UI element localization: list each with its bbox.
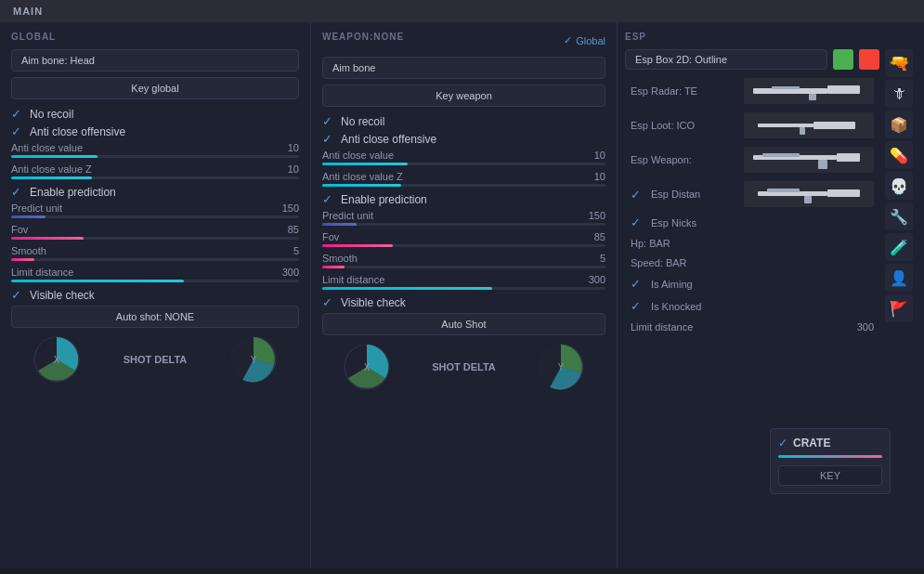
svg-rect-9 [827,85,860,94]
esp-distance-check-icon: ✓ [631,188,644,202]
global-check-row: ✓ Global [564,34,605,46]
svg-rect-13 [813,122,855,129]
esp-radar-item: Esp Radar: TE [625,75,879,107]
weapon-img-2 [744,112,874,138]
esp-icon-5[interactable]: 💀 [885,172,913,200]
y-pie-chart: Y [229,335,278,384]
key-button[interactable]: KEY [778,465,882,486]
no-recoil-check-icon: ✓ [11,107,24,121]
main-header: MAIN [0,0,924,22]
visible-check-icon: ✓ [11,288,24,302]
weapon-fov-track[interactable] [322,244,605,247]
weapon-silhouette-1 [753,81,865,101]
weapon-fov-num: 85 [594,231,605,242]
color-red-button[interactable] [859,49,879,70]
anti-close-row: ✓ Anti close offensive [11,124,299,138]
weapon-smooth-num: 5 [600,253,605,264]
weapon-predict-unit-track[interactable] [322,223,605,226]
limit-distance-num: 300 [282,267,299,278]
predict-unit-track[interactable] [11,215,299,218]
is-aiming-label: Is Aiming [651,279,693,290]
speed-item: Speed: BAR [625,254,879,271]
anti-close-value-track[interactable] [11,155,299,158]
key-weapon-button[interactable]: Key weapon [322,85,605,107]
esp-box-button[interactable]: Esp Box 2D: Outline [625,49,827,70]
esp-icon-4[interactable]: 💊 [885,141,913,169]
esp-weapon-item: Esp Weapon: [625,144,879,176]
crate-panel: ✓ CRATE KEY [770,428,891,494]
esp-panel-title: ESP [625,32,917,42]
weapon-shot-delta-label: SHOT DELTA [432,361,496,372]
aim-bone-field[interactable]: Aim bone: Head [11,49,299,72]
esp-icon-8[interactable]: 👤 [885,264,913,292]
enable-prediction-check-icon: ✓ [11,185,24,199]
anti-close-value-row: Anti close value 10 [11,142,299,158]
weapon-no-recoil-check-icon: ✓ [322,114,335,128]
weapon-predict-unit-num: 150 [589,210,605,221]
weapon-anti-close-value-z-label: Anti close value Z [322,171,403,182]
weapon-smooth-row: Smooth 5 [322,253,605,268]
weapon-smooth-track[interactable] [322,266,605,268]
weapon-anti-close-check-icon: ✓ [322,132,335,146]
esp-weapon-label: Esp Weapon: [631,154,692,165]
x-pie-chart: X [33,335,81,384]
esp-icon-3[interactable]: 📦 [885,111,913,138]
esp-top-row: Esp Box 2D: Outline [625,49,879,70]
crate-slider[interactable] [778,455,882,458]
weapon-anti-close-value-track[interactable] [322,163,605,165]
esp-icon-7[interactable]: 🧪 [885,233,913,261]
predict-unit-label: Predict unit [11,202,62,214]
weapon-auto-shot-button[interactable]: Auto Shot [322,313,605,335]
is-knocked-item: ✓ Is Knocked [625,296,879,316]
predict-unit-row: Predict unit 150 [11,202,299,218]
esp-icon-9[interactable]: 🚩 [885,294,913,322]
esp-layout: Esp Box 2D: Outline Esp Radar: TE [625,49,917,335]
weapon-anti-close-value-row: Anti close value 10 [322,150,605,165]
key-global-button[interactable]: Key global [11,77,299,99]
anti-close-value-z-track[interactable] [11,176,299,179]
weapon-anti-close-value-label: Anti close value [322,150,394,161]
weapon-aim-bone-field[interactable]: Aim bone [322,57,605,79]
fov-row: Fov 85 [11,224,299,240]
svg-text:Y: Y [251,355,257,365]
weapon-predict-unit-row: Predict unit 150 [322,210,605,226]
weapon-predict-unit-label: Predict unit [322,210,373,221]
auto-shot-button[interactable]: Auto shot: NONE [11,306,299,328]
global-check-icon: ✓ [564,34,572,46]
esp-icon-2[interactable]: 🗡 [885,80,913,108]
fov-track[interactable] [11,237,299,240]
weapon-panel-header: WEAPON:NONE ✓ Global [322,32,605,49]
weapon-anti-close-value-z-num: 10 [594,171,605,182]
esp-loot-label: Esp Loot: ICO [631,120,695,131]
weapon-anti-close-value-z-track[interactable] [322,184,605,187]
weapon-visible-check-row: ✓ Visible check [322,295,605,309]
visible-check-row: ✓ Visible check [11,288,299,302]
limit-distance-track[interactable] [11,280,299,282]
color-green-button[interactable] [833,49,853,70]
esp-icon-1[interactable]: 🔫 [885,49,913,77]
esp-panel: ESP Esp Box 2D: Outline Esp Radar: TE [618,22,924,568]
esp-nicks-check-icon: ✓ [631,215,644,229]
crate-check-icon: ✓ [778,437,787,450]
weapon-anti-close-value-num: 10 [594,150,605,161]
weapon-img-1 [744,78,874,104]
weapon-limit-distance-track[interactable] [322,287,605,290]
weapon-silhouette-3 [753,150,865,170]
anti-close-value-label: Anti close value [11,142,83,153]
esp-icon-6[interactable]: 🔧 [885,202,913,230]
weapon-limit-distance-num: 300 [589,274,605,285]
shot-delta-section: X SHOT DELTA Y [11,335,299,384]
fov-num: 85 [288,224,299,235]
weapon-anti-close-label: Anti close offensive [341,133,436,146]
svg-text:X: X [364,362,371,372]
predict-unit-num: 150 [282,202,299,214]
anti-close-label: Anti close offensive [30,125,125,138]
smooth-track[interactable] [11,258,299,261]
enable-prediction-row: ✓ Enable prediction [11,185,299,199]
weapon-limit-distance-label: Limit distance [322,274,384,285]
svg-rect-12 [758,124,813,127]
shot-delta-label: SHOT DELTA [124,354,188,365]
weapon-anti-close-value-z-row: Anti close value Z 10 [322,171,605,187]
svg-rect-11 [772,86,800,89]
smooth-num: 5 [293,245,299,256]
